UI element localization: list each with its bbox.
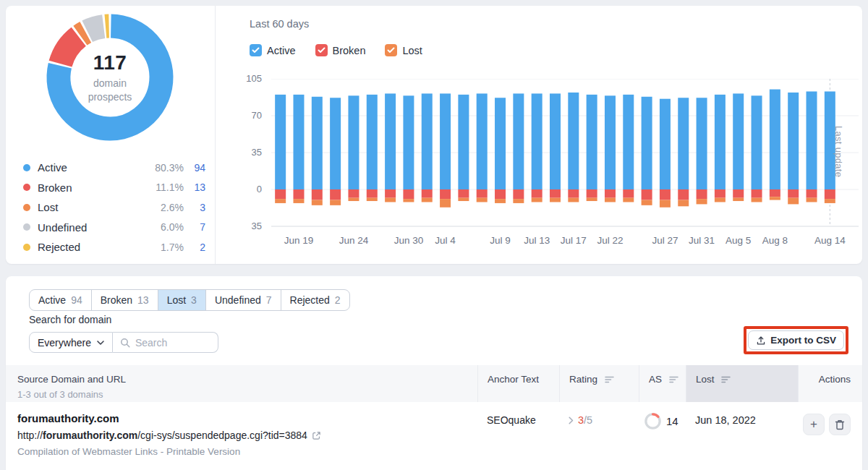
broken-checkbox-icon[interactable] [315, 44, 328, 56]
tab-rejected[interactable]: Rejected 2 [281, 290, 349, 310]
legend-pct: 2.6% [146, 202, 184, 213]
source-url: http://forumauthority.com/cgi-sys/suspen… [17, 430, 477, 441]
upload-icon [756, 336, 766, 346]
cell-rating[interactable]: 3/5 [559, 402, 639, 457]
filter-checkbox-active[interactable]: Active [250, 44, 296, 56]
column-source-domain: Source Domain and URL 1-3 out of 3 domai… [6, 365, 477, 402]
search-icon [120, 338, 130, 348]
trend-bar-chart: Jun 19Jun 24Jun 30Jul 4Jul 9Jul 13Jul 17… [271, 79, 859, 252]
broken-dot-icon [23, 184, 30, 191]
table-row: forumauthority.com http://forumauthority… [6, 402, 862, 457]
column-actions: Actions [798, 365, 862, 402]
domains-table-card: Active 94 Broken 13 Lost 3 Undefined 7 R… [6, 276, 862, 470]
legend-pct: 1.7% [146, 242, 184, 253]
column-lost-label: Lost [696, 374, 715, 385]
overview-card: 117 domain prospects Active 80.3% 94 Bro… [6, 6, 862, 264]
tab-label: Lost [167, 294, 186, 306]
filter-label: Broken [333, 45, 366, 56]
search-input[interactable] [135, 337, 208, 349]
legend-label: Active [38, 161, 146, 174]
delete-button[interactable] [829, 414, 851, 435]
legend-label: Undefined [38, 221, 146, 234]
active-dot-icon [23, 164, 30, 171]
add-to-list-button[interactable]: + [803, 414, 825, 435]
scope-select[interactable]: Everywhere [29, 332, 113, 353]
tab-label: Broken [101, 294, 132, 306]
external-link-icon[interactable] [312, 431, 321, 440]
svg-text:Jul 22: Jul 22 [597, 235, 623, 246]
scope-select-value: Everywhere [38, 337, 91, 349]
column-anchor-text: Anchor Text [477, 365, 559, 402]
tab-label: Rejected [290, 294, 330, 306]
column-as[interactable]: AS [639, 365, 686, 402]
tab-label: Undefined [215, 294, 261, 306]
y-axis-tick: 105 [239, 73, 262, 85]
column-lost-sorted[interactable]: Lost [686, 365, 798, 402]
legend-count-link[interactable]: 13 [184, 181, 205, 193]
legend-label: Rejected [38, 241, 146, 253]
svg-text:Jul 4: Jul 4 [435, 235, 456, 246]
legend-label: Broken [38, 181, 146, 194]
trash-icon [835, 419, 845, 430]
y-axis-tick: 35 [239, 221, 262, 232]
column-source-label: Source Domain and URL [17, 374, 477, 385]
donut-svg [43, 11, 176, 144]
cell-anchor-text: SEOquake [477, 402, 559, 457]
donut-legend: Active 80.3% 94 Broken 11.1% 13 Lost 2.6… [23, 158, 205, 257]
rating-value: 3 [578, 414, 584, 426]
svg-text:Jul 13: Jul 13 [524, 235, 550, 246]
domain-link[interactable]: forumauthority.com [17, 412, 477, 424]
export-highlight-annotation: Export to CSV [744, 326, 848, 354]
tab-undefined[interactable]: Undefined 7 [205, 290, 281, 310]
tab-count: 94 [71, 294, 82, 306]
rating-max: /5 [584, 414, 592, 426]
lost-checkbox-icon[interactable] [385, 44, 397, 56]
svg-text:Aug 14: Aug 14 [814, 235, 846, 246]
legend-row-active: Active 80.3% 94 [23, 158, 205, 178]
search-box [113, 332, 218, 353]
results-count: 1-3 out of 3 domains [17, 389, 477, 400]
tab-lost[interactable]: Lost 3 [158, 290, 205, 310]
tab-count: 13 [137, 294, 149, 306]
filter-label: Active [267, 45, 296, 56]
url-text[interactable]: http://forumauthority.com/cgi-sys/suspen… [17, 430, 307, 441]
legend-count-link[interactable]: 94 [184, 162, 205, 174]
tab-broken[interactable]: Broken 13 [91, 290, 158, 310]
chevron-right-icon[interactable] [569, 416, 574, 424]
export-button-label: Export to CSV [770, 335, 836, 346]
search-controls: Everywhere [29, 332, 218, 353]
legend-pct: 11.1% [146, 181, 184, 193]
legend-pct: 80.3% [146, 162, 184, 174]
sort-icon[interactable] [669, 376, 678, 383]
search-for-domain-label: Search for domain [29, 314, 111, 325]
legend-row-broken: Broken 11.1% 13 [23, 178, 205, 198]
panel-divider [215, 6, 216, 264]
svg-text:Jul 27: Jul 27 [652, 235, 678, 246]
lost-dot-icon [23, 204, 30, 211]
legend-count-link[interactable]: 7 [184, 221, 205, 233]
sort-icon[interactable] [721, 376, 731, 383]
tab-label: Active [38, 294, 66, 306]
export-to-csv-button[interactable]: Export to CSV [748, 330, 844, 350]
y-axis-tick: 70 [239, 110, 262, 121]
column-as-label: AS [649, 374, 662, 385]
filter-checkbox-lost[interactable]: Lost [385, 44, 422, 56]
svg-text:Aug 5: Aug 5 [726, 235, 751, 246]
sort-icon[interactable] [605, 376, 614, 383]
legend-count-link[interactable]: 3 [184, 202, 205, 213]
chevron-down-icon [97, 341, 104, 345]
y-axis-tick: 0 [239, 184, 262, 195]
filter-checkbox-broken[interactable]: Broken [315, 44, 366, 56]
legend-count-link[interactable]: 2 [184, 242, 205, 253]
legend-pct: 6.0% [146, 221, 184, 233]
legend-label: Lost [38, 201, 146, 213]
column-rating[interactable]: Rating [559, 365, 639, 402]
undefined-dot-icon [23, 223, 30, 231]
legend-row-rejected: Rejected 1.7% 2 [23, 237, 205, 257]
svg-text:Jun 24: Jun 24 [339, 235, 369, 246]
tab-active[interactable]: Active 94 [30, 290, 91, 310]
authority-score-value: 14 [666, 415, 678, 427]
active-checkbox-icon[interactable] [250, 44, 262, 56]
plus-icon: + [810, 418, 817, 430]
svg-text:Jul 31: Jul 31 [689, 235, 715, 246]
